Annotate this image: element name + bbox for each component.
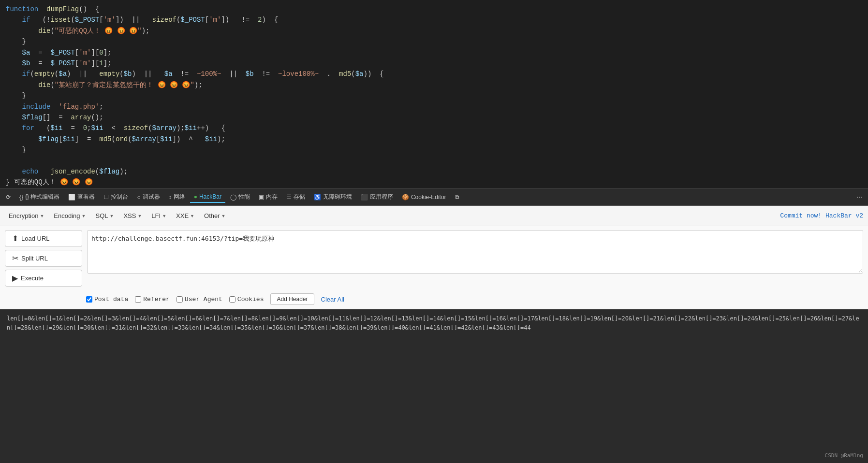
sql-caret: ▼ [110,214,114,218]
encryption-caret: ▼ [40,214,44,218]
devtools-tab-console[interactable]: ☐ 控制台 [100,191,132,203]
hackbar-icon: ● [194,193,197,200]
devtools-tab-debugger[interactable]: ○ 调试器 [133,191,163,203]
xss-caret: ▼ [137,214,142,218]
xxe-label: XXE [176,212,189,219]
lfi-caret: ▼ [162,214,166,218]
other-menu[interactable]: Other ▼ [200,210,229,221]
encoding-label: Encoding [54,212,80,219]
tab-label: 性能 [238,193,250,201]
referer-checkbox[interactable] [135,296,141,303]
hackbar-menubar: Encryption ▼ Encoding ▼ SQL ▼ XSS ▼ LFI … [0,206,868,226]
style-editor-icon: {} [19,194,23,201]
load-url-label: Load URL [21,235,50,242]
lfi-menu[interactable]: LFI ▼ [147,210,170,221]
code-display: function dumpFlag() { if (!isset($_POST[… [0,0,868,188]
tab-label: HackBar [199,193,221,200]
hackbar-options-row: Post data Referer User Agent Cookies Add… [0,290,868,309]
devtools-tab-network[interactable]: ↕ 网络 [165,191,189,203]
network-icon: ↕ [169,194,172,201]
encryption-menu[interactable]: Encryption ▼ [5,210,48,221]
devtools-window-btn[interactable]: ⧉ [451,192,463,203]
devtools-tab-application[interactable]: ⬛ 应用程序 [357,191,397,203]
bottom-data-bar: len[]=0&len[]=1&len[]=2&len[]=3&len[]=4&… [0,309,868,463]
encoding-caret: ▼ [82,214,86,218]
memory-icon: ▣ [259,194,264,201]
other-label: Other [204,212,220,219]
user-agent-option[interactable]: User Agent [177,296,222,303]
xss-menu[interactable]: XSS ▼ [119,210,146,221]
url-input[interactable]: http://challenge.basectf.fun:46153/?tip=… [87,230,863,274]
post-data-option[interactable]: Post data [86,296,128,303]
referer-option[interactable]: Referer [135,296,170,303]
tab-label: {} 样式编辑器 [25,193,59,201]
devtools-tab-memory[interactable]: ▣ 内存 [255,191,281,203]
post-data-label: Post data [94,296,128,303]
tab-label: 存储 [294,193,305,201]
sql-menu[interactable]: SQL ▼ [91,210,118,221]
cookie-icon: 🍪 [402,194,409,201]
encryption-label: Encryption [9,212,38,219]
devtools-tab-inspector[interactable]: ⬜ 查看器 [64,191,99,203]
execute-label: Execute [21,275,44,282]
cookies-option[interactable]: Cookies [229,296,264,303]
tab-label: 内存 [266,193,278,201]
debugger-icon: ○ [137,194,140,201]
commit-label: Commit now! HackBar v2 [780,212,863,219]
xss-label: XSS [123,212,136,219]
devtools-tab-style-editor[interactable]: {} {} 样式编辑器 [15,191,63,203]
devtools-tab-performance[interactable]: ◯ 性能 [226,191,254,203]
encoding-menu[interactable]: Encoding ▼ [50,210,89,221]
accessibility-icon: ♿ [314,194,321,201]
devtools-refresh-btn[interactable]: ⟳ [2,192,15,203]
tab-label: 调试器 [143,193,160,201]
add-header-button[interactable]: Add Header [270,293,314,305]
sql-label: SQL [95,212,108,219]
xxe-menu[interactable]: XXE ▼ [172,210,198,221]
storage-icon: ☰ [286,194,292,201]
split-url-button[interactable]: ✂ Split URL [5,250,82,267]
split-url-icon: ✂ [12,254,18,263]
devtools-more-btn[interactable]: ⋯ [853,192,866,203]
split-url-label: Split URL [21,255,48,262]
bottom-data-text: len[]=0&len[]=1&len[]=2&len[]=3&len[]=4&… [7,314,861,333]
clear-all-button[interactable]: Clear All [321,296,344,303]
tab-label: 应用程序 [370,193,393,201]
hackbar-action-buttons: ⬆ Load URL ✂ Split URL ▶ Execute [5,230,82,287]
devtools-tab-cookie-editor[interactable]: 🍪 Cookie-Editor [398,192,450,203]
xxe-caret: ▼ [190,214,194,218]
execute-icon: ▶ [12,274,18,283]
csdn-credit: CSDN @RaM1ng [825,451,863,460]
user-agent-checkbox[interactable] [177,296,183,303]
lfi-label: LFI [151,212,161,219]
inspector-icon: ⬜ [68,194,75,201]
tab-label: 网络 [174,193,185,201]
tab-label: 无障碍环境 [323,193,352,201]
devtools-tab-accessibility[interactable]: ♿ 无障碍环境 [310,191,356,203]
devtools-tab-storage[interactable]: ☰ 存储 [282,191,309,203]
tab-label: 查看器 [77,193,95,201]
cookies-checkbox[interactable] [229,296,235,303]
console-icon: ☐ [103,194,109,201]
tab-label: 控制台 [111,193,128,201]
execute-button[interactable]: ▶ Execute [5,270,82,287]
devtools-tab-hackbar[interactable]: ● HackBar [190,191,225,203]
application-icon: ⬛ [361,194,368,201]
tab-label: Cookie-Editor [411,194,446,201]
hackbar-url-section: ⬆ Load URL ✂ Split URL ▶ Execute http://… [0,226,868,290]
post-data-checkbox[interactable] [86,296,92,303]
cookies-label: Cookies [237,296,264,303]
referer-label: Referer [143,296,170,303]
load-url-icon: ⬆ [12,234,18,243]
performance-icon: ◯ [230,194,236,201]
other-caret: ▼ [221,214,226,218]
load-url-button[interactable]: ⬆ Load URL [5,230,82,247]
devtools-tabbar: ⟳ {} {} 样式编辑器 ⬜ 查看器 ☐ 控制台 ○ 调试器 ↕ 网络 ● H… [0,188,868,206]
user-agent-label: User Agent [185,296,222,303]
